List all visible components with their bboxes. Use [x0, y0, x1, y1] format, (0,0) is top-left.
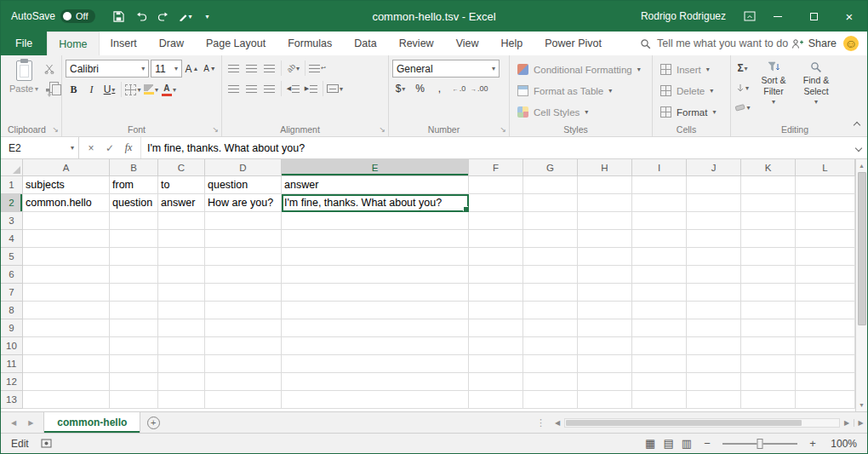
cell-I2[interactable]: [632, 194, 687, 212]
cell-J12[interactable]: [687, 373, 741, 391]
cell-I6[interactable]: [632, 266, 687, 284]
cell-A6[interactable]: [23, 266, 110, 284]
minimize-button[interactable]: [760, 1, 796, 32]
row-header-5[interactable]: 5: [1, 248, 23, 266]
cell-E11[interactable]: [282, 355, 469, 373]
row-header-2[interactable]: 2: [1, 194, 23, 212]
cell-H5[interactable]: [578, 248, 632, 266]
cell-H3[interactable]: [578, 212, 632, 230]
cell-L1[interactable]: [796, 176, 855, 194]
cell-H10[interactable]: [578, 337, 632, 355]
cell-A7[interactable]: [23, 284, 110, 302]
cell-H9[interactable]: [578, 319, 632, 337]
cell-E12[interactable]: [282, 373, 469, 391]
zoom-in-button[interactable]: +: [807, 437, 819, 450]
cell-J4[interactable]: [687, 230, 741, 248]
borders-button[interactable]: ▾: [125, 81, 141, 98]
orientation-button[interactable]: ab▾: [285, 60, 301, 77]
cell-F12[interactable]: [469, 373, 523, 391]
cell-C9[interactable]: [158, 319, 205, 337]
cell-K1[interactable]: [741, 176, 796, 194]
cell-H11[interactable]: [578, 355, 632, 373]
cell-J7[interactable]: [687, 284, 741, 302]
cell-I8[interactable]: [632, 302, 687, 319]
name-box[interactable]: E2 ▾: [1, 137, 79, 158]
maximize-button[interactable]: [796, 1, 831, 32]
delete-cells-button[interactable]: Delete▾: [656, 81, 727, 101]
merge-center-button[interactable]: ▾: [327, 80, 343, 97]
cell-E2[interactable]: I'm fine, thanks. What about you?: [282, 194, 469, 212]
cell-C7[interactable]: [158, 284, 205, 302]
fill-button[interactable]: ▾: [734, 79, 751, 96]
cell-L12[interactable]: [796, 373, 855, 391]
normal-view-button[interactable]: ▦: [645, 437, 655, 450]
cell-G1[interactable]: [523, 176, 578, 194]
cell-J3[interactable]: [687, 212, 741, 230]
insert-function-button[interactable]: fx: [120, 140, 137, 157]
bold-button[interactable]: B: [66, 81, 82, 98]
tab-insert[interactable]: Insert: [100, 32, 148, 55]
scroll-right-arrow[interactable]: ▶: [840, 419, 854, 427]
clipboard-dialog-launcher[interactable]: ↘: [52, 126, 59, 134]
cell-I12[interactable]: [632, 373, 687, 391]
cell-F10[interactable]: [469, 337, 523, 355]
cell-G10[interactable]: [523, 337, 578, 355]
cancel-button[interactable]: ×: [83, 140, 100, 157]
cell-F1[interactable]: [469, 176, 523, 194]
cell-L2[interactable]: [796, 194, 855, 212]
vertical-scrollbar[interactable]: ▲ ▼: [855, 159, 867, 411]
cell-G13[interactable]: [523, 391, 578, 409]
cell-I1[interactable]: [632, 176, 687, 194]
formula-input[interactable]: I'm fine, thanks. What about you?: [141, 137, 850, 158]
cell-D10[interactable]: [205, 337, 282, 355]
collapse-ribbon-button[interactable]: [854, 116, 859, 131]
tab-help[interactable]: Help: [490, 32, 534, 55]
cell-D13[interactable]: [205, 391, 282, 409]
cell-G7[interactable]: [523, 284, 578, 302]
cell-H4[interactable]: [578, 230, 632, 248]
cell-J5[interactable]: [687, 248, 741, 266]
cell-K3[interactable]: [741, 212, 796, 230]
new-sheet-button[interactable]: +: [140, 412, 166, 433]
cell-B8[interactable]: [110, 302, 158, 319]
cell-H12[interactable]: [578, 373, 632, 391]
cell-A5[interactable]: [23, 248, 110, 266]
column-header-J[interactable]: J: [687, 159, 741, 176]
cell-I4[interactable]: [632, 230, 687, 248]
cell-L7[interactable]: [796, 284, 855, 302]
cell-K8[interactable]: [741, 302, 796, 319]
expand-formula-bar-button[interactable]: [850, 137, 867, 158]
save-button[interactable]: [109, 5, 129, 27]
bottom-align-button[interactable]: [261, 60, 277, 77]
cell-L5[interactable]: [796, 248, 855, 266]
page-break-view-button[interactable]: ▥: [682, 437, 692, 450]
grow-font-button[interactable]: A▲: [184, 60, 200, 78]
underline-button[interactable]: U▾: [101, 81, 117, 98]
font-dialog-launcher[interactable]: ↘: [212, 126, 219, 134]
row-header-8[interactable]: 8: [1, 302, 23, 319]
cell-F13[interactable]: [469, 391, 523, 409]
cell-B3[interactable]: [110, 212, 158, 230]
column-header-C[interactable]: C: [158, 159, 205, 176]
align-center-button[interactable]: [243, 80, 260, 97]
decrease-decimal-button[interactable]: →.00: [471, 80, 488, 97]
format-cells-button[interactable]: Format▾: [656, 102, 727, 122]
page-layout-view-button[interactable]: ▤: [663, 437, 673, 450]
cell-J1[interactable]: [687, 176, 741, 194]
tab-scroll-splitter[interactable]: ⋮: [531, 412, 551, 433]
cell-G9[interactable]: [523, 319, 578, 337]
scroll-down-arrow[interactable]: ▼: [859, 399, 865, 411]
column-header-B[interactable]: B: [110, 159, 158, 176]
cell-E9[interactable]: [282, 319, 469, 337]
cell-K12[interactable]: [741, 373, 796, 391]
cell-I13[interactable]: [632, 391, 687, 409]
autosum-button[interactable]: Σ▾: [734, 60, 751, 77]
touch-mouse-mode-button[interactable]: ▾: [175, 5, 196, 27]
wrap-text-button[interactable]: ↩: [309, 60, 326, 77]
horizontal-scroll-thumb[interactable]: [566, 420, 802, 426]
customize-qat-button[interactable]: ▾: [197, 5, 218, 27]
cell-D2[interactable]: How are you?: [205, 194, 282, 212]
cell-B13[interactable]: [110, 391, 158, 409]
cell-B6[interactable]: [110, 266, 158, 284]
cell-C3[interactable]: [158, 212, 205, 230]
